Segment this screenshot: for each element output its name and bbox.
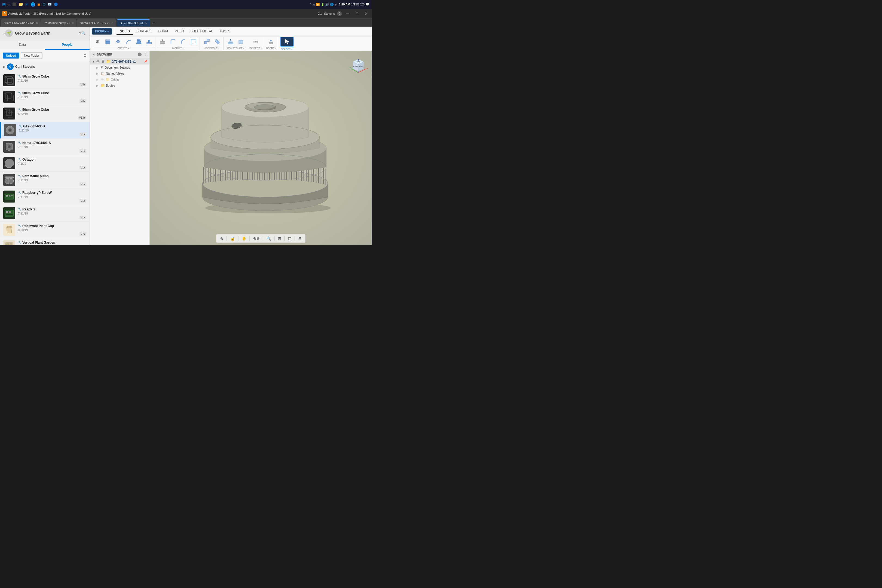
browser-bodies[interactable]: ▶ 📁 Bodies — [90, 82, 150, 88]
fit-btn[interactable]: 🔍 — [265, 236, 273, 242]
tab-close-icon[interactable]: ✕ — [72, 21, 74, 24]
grid-toggle-btn[interactable]: ⊟ — [276, 236, 283, 242]
look-at-btn[interactable]: 🔒 — [229, 236, 237, 242]
browser-named-views[interactable]: ▶ 📋 Named Views — [90, 70, 150, 76]
browser-pin-icon[interactable]: 📌 — [144, 60, 147, 63]
file-version[interactable]: V1▾ — [80, 149, 86, 153]
press-pull-btn[interactable] — [158, 38, 167, 45]
sidebar-settings-icon[interactable]: ⚙ — [83, 53, 87, 58]
origin-vis-icon[interactable]: 👁 — [101, 78, 105, 81]
list-item[interactable]: 🔧 Nema 17HS4401-S 7/21/19 V1▾ — [0, 138, 90, 155]
refresh-btn[interactable]: ↻ — [78, 31, 81, 35]
user-section[interactable]: ▶ C Carl Stevens — [0, 61, 90, 72]
new-folder-btn[interactable]: New Folder — [21, 52, 42, 59]
file-version[interactable]: V1▾ — [80, 182, 86, 186]
3d-viewport[interactable]: TOP FRONT RIGHT Z X Y — [150, 51, 372, 245]
browser-origin[interactable]: ▶ 👁 📁 Origin — [90, 76, 150, 82]
menu-tab-sheet-metal[interactable]: SHEET METAL — [187, 28, 216, 35]
file-version[interactable]: V1▾ — [80, 166, 86, 170]
joint-btn[interactable] — [212, 38, 222, 45]
tab-close-icon[interactable]: ✕ — [111, 21, 114, 24]
select-btn[interactable] — [280, 37, 294, 46]
menu-tab-form[interactable]: FORM — [155, 28, 171, 35]
display-mode-btn[interactable]: ⊞ — [297, 236, 303, 242]
tab-close-icon[interactable]: ✕ — [36, 21, 38, 24]
revolve-btn[interactable] — [113, 38, 123, 45]
list-item[interactable]: 🔧 RaspPi2 7/11/19 V1▾ — [0, 205, 90, 222]
tab-close-icon[interactable]: ✕ — [145, 22, 147, 25]
create-label[interactable]: CREATE ▾ — [93, 46, 154, 50]
list-item[interactable]: 🔧 RaspberryPiZeroW 7/11/19 V1▾ — [0, 188, 90, 205]
list-item[interactable]: 🔧 Rockwool Plant Cup 8/23/19 V7▾ — [0, 222, 90, 238]
mail-icon[interactable]: ✉ — [26, 3, 28, 6]
chrome2-taskbar-icon[interactable]: 🔵 — [54, 3, 58, 6]
file-version[interactable]: V3▾ — [80, 99, 86, 103]
pan-btn[interactable]: ✋ — [240, 236, 248, 242]
inspect-label[interactable]: INSPECT ▾ — [249, 46, 262, 50]
sidebar-tab-data[interactable]: Data — [0, 40, 45, 50]
sweep-btn[interactable] — [124, 38, 134, 45]
file-version[interactable]: V9▾ — [80, 83, 86, 86]
rib-btn[interactable] — [144, 38, 154, 45]
tab-parastaltic-pump[interactable]: Parastaltic pump v1 ✕ — [41, 20, 77, 26]
extra-taskbar-icon[interactable]: ⬡ — [43, 3, 45, 6]
loft-btn[interactable] — [134, 38, 144, 45]
nav-cube[interactable]: TOP FRONT RIGHT Z X Y — [347, 54, 369, 75]
sidebar-back-btn[interactable]: ‹ — [4, 31, 5, 35]
file-version[interactable]: V7▾ — [80, 232, 86, 236]
orbit-btn[interactable]: ⊕ — [219, 236, 225, 242]
list-item[interactable]: 🔧 50cm Grow Cube 7/21/19 V3▾ — [0, 89, 90, 105]
file-version[interactable]: V1▾ — [80, 133, 86, 136]
assemble-label[interactable]: ASSEMBLE ▾ — [202, 46, 222, 50]
menu-tab-surface[interactable]: SURFACE — [133, 28, 155, 35]
list-item[interactable]: 🔧 Vertical Plant Garden 7/25/19 V3▾ — [0, 238, 90, 245]
file-version[interactable]: V1▾ — [80, 216, 86, 219]
new-component-btn[interactable]: ⊕ — [93, 38, 102, 45]
list-item[interactable]: 🔧 Octagon 7/1/19 V1▾ — [0, 155, 90, 172]
menu-tab-mesh[interactable]: MESH — [171, 28, 187, 35]
close-btn[interactable]: ✕ — [363, 10, 370, 17]
select-label[interactable]: SELECT ▾ — [280, 47, 294, 51]
tab-gt2-635b[interactable]: GT2-60T-635B v1 ✕ — [117, 20, 150, 26]
tab-50cm-grow-cube-v13[interactable]: 50cm Grow Cube v13* ✕ — [1, 20, 40, 26]
design-dropdown-btn[interactable]: DESIGN ▾ — [92, 28, 112, 34]
notifications-icon[interactable]: 💬 — [366, 3, 370, 6]
insert-btn[interactable] — [266, 38, 276, 45]
explorer-icon[interactable]: 📁 — [18, 2, 23, 6]
outlook-taskbar-icon[interactable]: 📧 — [48, 3, 52, 6]
extrude-btn[interactable] — [103, 38, 113, 45]
construct-label[interactable]: CONSTRUCT ▾ — [226, 46, 246, 50]
list-item[interactable]: 🔧 50cm Grow Cube 7/21/19 V9▾ — [0, 72, 90, 89]
list-item[interactable]: 🔧 50cm Grow Cube 8/22/19 V13▾ — [0, 105, 90, 122]
help-btn[interactable]: ? — [337, 11, 342, 16]
insert-label[interactable]: INSERT ▾ — [266, 46, 276, 50]
tab-nema[interactable]: Nema 17HS4401-S v1 ✕ — [77, 20, 116, 26]
measure-btn[interactable] — [251, 38, 261, 45]
new-component-assemble-btn[interactable] — [202, 38, 212, 45]
file-version[interactable]: V13▾ — [78, 116, 86, 120]
file-version[interactable]: V1▾ — [80, 199, 86, 202]
root-lock-icon[interactable] — [101, 60, 105, 63]
chrome-icon[interactable]: 🌐 — [30, 2, 35, 6]
browser-root-item[interactable]: ▼ 👁 📁 GT2-60T-635B v1 📌 — [90, 58, 150, 64]
chamfer-btn[interactable] — [178, 38, 188, 45]
browser-toggle-icon[interactable] — [138, 52, 141, 56]
maximize-btn[interactable]: □ — [353, 10, 360, 17]
search-btn[interactable]: 🔍 — [81, 31, 86, 35]
fusion360-taskbar-icon[interactable]: ▣ — [37, 3, 40, 6]
root-vis-icon[interactable]: 👁 — [96, 60, 100, 63]
midplane-btn[interactable] — [236, 38, 246, 45]
perspective-btn[interactable]: ◰ — [286, 236, 293, 242]
fillet-btn[interactable] — [168, 38, 178, 45]
shell-btn[interactable] — [189, 38, 198, 45]
menu-tab-tools[interactable]: TOOLS — [216, 28, 234, 35]
browser-doc-settings[interactable]: ▶ ⚙ Document Settings — [90, 64, 150, 70]
list-item[interactable]: 🔧 Parastaltic pump 7/11/19 V1▾ — [0, 172, 90, 188]
offset-plane-btn[interactable] — [226, 38, 236, 45]
add-tab-btn[interactable]: + — [150, 20, 158, 26]
task-view-icon[interactable]: ⬛ — [12, 3, 16, 6]
cortana-icon[interactable]: ○ — [8, 2, 10, 6]
minimize-btn[interactable]: ─ — [344, 10, 351, 17]
start-icon[interactable]: ⊞ — [2, 2, 6, 7]
modify-label[interactable]: MODIFY ▾ — [158, 46, 198, 50]
